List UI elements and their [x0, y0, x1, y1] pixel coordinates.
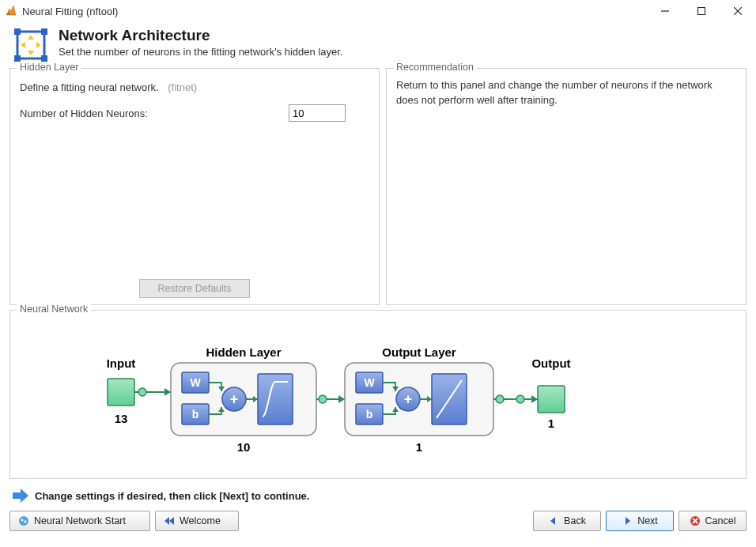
- hidden-layer-legend: Hidden Layer: [17, 62, 81, 73]
- svg-marker-12: [36, 42, 41, 48]
- window-title: Neural Fitting (nftool): [22, 6, 647, 17]
- svg-point-49: [19, 516, 28, 526]
- next-icon: [622, 515, 633, 526]
- back-icon: [548, 515, 559, 526]
- neural-network-legend: Neural Network: [17, 304, 91, 315]
- svg-marker-15: [164, 388, 171, 396]
- svg-marker-53: [169, 517, 174, 525]
- svg-text:W: W: [190, 376, 201, 389]
- close-button[interactable]: [720, 0, 756, 22]
- svg-marker-52: [164, 517, 169, 525]
- svg-marker-10: [28, 51, 34, 55]
- svg-text:+: +: [404, 391, 413, 407]
- svg-marker-30: [338, 395, 345, 403]
- hint-row: Change settings if desired, then click […: [0, 479, 756, 507]
- output-layer-size: 1: [416, 440, 422, 454]
- svg-marker-54: [550, 517, 555, 525]
- network-diagram: Input 13 Hidden Layer W b +: [77, 334, 679, 461]
- neural-network-start-button[interactable]: Neural Network Start: [9, 511, 150, 531]
- define-text: Define a fitting neural network.: [20, 81, 159, 93]
- minimize-button[interactable]: [647, 0, 683, 22]
- svg-text:b: b: [192, 408, 199, 421]
- svg-marker-48: [13, 489, 28, 503]
- svg-point-29: [319, 395, 327, 403]
- arrow-right-icon: [13, 489, 28, 503]
- svg-point-45: [496, 395, 504, 403]
- neurons-label: Number of Hidden Neurons:: [20, 108, 289, 119]
- title-bar: Neural Fitting (nftool): [0, 0, 756, 22]
- svg-point-50: [21, 519, 24, 522]
- svg-rect-7: [14, 55, 21, 62]
- output-label: Output: [531, 356, 570, 370]
- hidden-layer-panel: Hidden Layer Define a fitting neural net…: [9, 68, 380, 305]
- hint-text: Change settings if desired, then click […: [35, 490, 309, 502]
- restore-defaults-button: Restore Defaults: [139, 279, 250, 298]
- neural-network-panel: Neural Network Input 13 Hidden Layer: [9, 310, 747, 479]
- recommendation-legend: Recommendation: [393, 62, 477, 73]
- svg-rect-8: [41, 55, 47, 62]
- svg-text:b: b: [366, 408, 373, 421]
- svg-rect-6: [41, 28, 47, 35]
- output-layer-label: Output Layer: [382, 345, 456, 359]
- output-size: 1: [548, 417, 554, 430]
- next-button[interactable]: Next: [606, 511, 674, 531]
- output-block: [538, 386, 565, 413]
- welcome-button[interactable]: Welcome: [155, 511, 239, 531]
- svg-rect-5: [14, 28, 21, 35]
- svg-text:W: W: [364, 376, 375, 389]
- svg-text:+: +: [230, 391, 239, 407]
- input-size: 13: [115, 412, 128, 425]
- svg-rect-1: [698, 8, 705, 15]
- hidden-size: 10: [237, 440, 251, 454]
- svg-marker-47: [531, 395, 538, 403]
- architecture-icon: [13, 27, 49, 63]
- svg-marker-11: [21, 42, 25, 48]
- input-label: Input: [107, 356, 136, 370]
- cancel-button[interactable]: Cancel: [679, 511, 747, 531]
- fitnet-hint: (fitnet): [168, 81, 197, 93]
- recommendation-text: Return to this panel and change the numb…: [396, 78, 736, 108]
- svg-point-14: [138, 388, 146, 396]
- rewind-icon: [164, 515, 175, 526]
- brain-icon: [18, 515, 29, 526]
- maximize-button[interactable]: [683, 0, 720, 22]
- recommendation-panel: Recommendation Return to this panel and …: [386, 68, 747, 305]
- svg-point-51: [25, 521, 27, 523]
- hidden-layer-label: Hidden Layer: [206, 345, 281, 359]
- neurons-input[interactable]: [289, 104, 346, 122]
- button-bar: Neural Network Start Welcome Back Next C…: [0, 507, 756, 538]
- page-header: Network Architecture Set the number of n…: [0, 22, 756, 66]
- svg-point-46: [516, 395, 524, 403]
- back-button[interactable]: Back: [533, 511, 601, 531]
- svg-marker-55: [626, 517, 630, 525]
- input-block: [108, 379, 134, 406]
- page-title: Network Architecture: [59, 27, 342, 44]
- page-subtitle: Set the number of neurons in the fitting…: [59, 46, 342, 58]
- matlab-icon: [5, 5, 17, 17]
- cancel-icon: [690, 515, 701, 526]
- svg-marker-9: [28, 35, 34, 40]
